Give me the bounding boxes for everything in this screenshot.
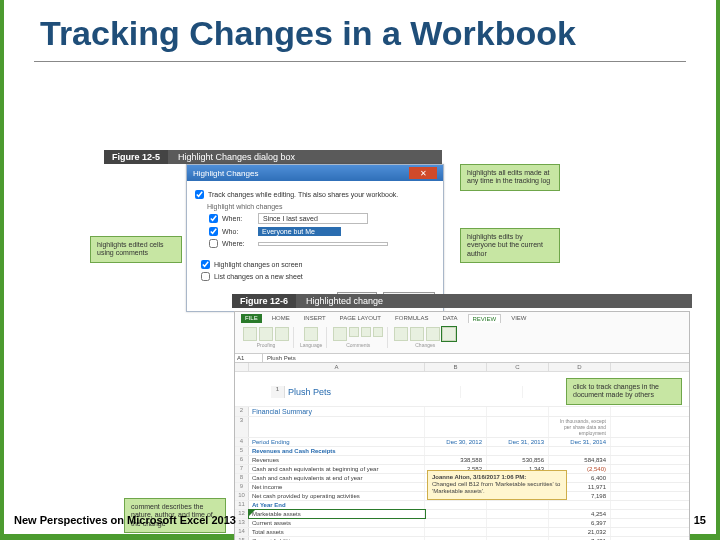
where-label: Where: bbox=[222, 240, 254, 247]
formula-bar: A1 Plush Pets bbox=[235, 354, 689, 363]
callout-fig5-left: highlights edited cells using comments bbox=[90, 236, 182, 263]
when-row: When: Since I last saved bbox=[209, 213, 435, 224]
formula-cell[interactable]: Plush Pets bbox=[263, 354, 689, 362]
tab-view[interactable]: VIEW bbox=[507, 314, 530, 323]
col-d[interactable]: D bbox=[549, 363, 611, 371]
tab-home[interactable]: HOME bbox=[268, 314, 294, 323]
where-checkbox[interactable] bbox=[209, 239, 218, 248]
divider bbox=[34, 61, 686, 62]
tab-formulas[interactable]: FORMULAS bbox=[391, 314, 432, 323]
delete-comment-icon[interactable] bbox=[349, 327, 359, 337]
comment-author: Joanne Alton, 3/16/2017 1:06 PM: bbox=[432, 474, 562, 481]
when-checkbox[interactable] bbox=[209, 214, 218, 223]
when-label: When: bbox=[222, 215, 254, 222]
hl-screen-check[interactable] bbox=[201, 260, 210, 269]
hl-screen-label: Highlight changes on screen bbox=[214, 261, 302, 268]
comment-body: Changed cell B12 from 'Marketable securi… bbox=[432, 481, 562, 495]
where-row: Where: bbox=[209, 239, 435, 248]
share-workbook-icon[interactable] bbox=[426, 327, 440, 341]
who-label: Who: bbox=[222, 228, 254, 235]
who-row: Who: Everyone but Me bbox=[209, 227, 435, 236]
highlight-changes-dialog: Highlight Changes ✕ Track changes while … bbox=[186, 164, 444, 312]
track-changes-icon[interactable] bbox=[442, 327, 456, 341]
who-checkbox[interactable] bbox=[209, 227, 218, 236]
figure-title-5: Highlight Changes dialog box bbox=[168, 150, 305, 164]
research-icon[interactable] bbox=[259, 327, 273, 341]
tab-data[interactable]: DATA bbox=[438, 314, 461, 323]
figure-bar-5: Figure 12-5 Highlight Changes dialog box bbox=[104, 150, 442, 164]
note: In thousands, except per share data and … bbox=[549, 417, 611, 437]
ribbon-groups: Proofing Language Comments bbox=[235, 325, 689, 350]
slide-title: Tracking Changes in a Workbook bbox=[4, 0, 716, 61]
track-changes-check[interactable] bbox=[195, 190, 204, 199]
ribbon-group-proofing: Proofing bbox=[239, 327, 294, 348]
tab-review[interactable]: REVIEW bbox=[468, 314, 502, 323]
footer-left: New Perspectives on Microsoft Excel 2013 bbox=[14, 514, 236, 526]
tab-pagelayout[interactable]: PAGE LAYOUT bbox=[336, 314, 385, 323]
ribbon-group-language: Language bbox=[296, 327, 327, 348]
dialog-titlebar: Highlight Changes ✕ bbox=[187, 165, 443, 181]
list-newsheet-checkbox[interactable]: List changes on a new sheet bbox=[201, 272, 435, 281]
track-changes-label: Track changes while editing. This also s… bbox=[208, 191, 398, 198]
tab-file[interactable]: FILE bbox=[241, 314, 262, 323]
callout-fig5-right-top: highlights all edits made at any time in… bbox=[460, 164, 560, 191]
ribbon-tabs: FILE HOME INSERT PAGE LAYOUT FORMULAS DA… bbox=[235, 312, 689, 325]
track-changes-checkbox[interactable]: Track changes while editing. This also s… bbox=[195, 190, 435, 199]
name-box[interactable]: A1 bbox=[235, 354, 263, 362]
thesaurus-icon[interactable] bbox=[275, 327, 289, 341]
figure-title-6: Highlighted change bbox=[296, 294, 393, 308]
column-headers: A B C D bbox=[235, 363, 689, 372]
figure-number-6: Figure 12-6 bbox=[232, 294, 296, 308]
next-comment-icon[interactable] bbox=[373, 327, 383, 337]
callout-fig5-right-bot: highlights edits by everyone but the cur… bbox=[460, 228, 560, 263]
hl-sheet-check[interactable] bbox=[201, 272, 210, 281]
when-field[interactable]: Since I last saved bbox=[258, 213, 368, 224]
spelling-icon[interactable] bbox=[243, 327, 257, 341]
ribbon-group-comments: Comments bbox=[329, 327, 388, 348]
where-field[interactable] bbox=[258, 242, 388, 246]
ribbon: FILE HOME INSERT PAGE LAYOUT FORMULAS DA… bbox=[235, 312, 689, 354]
who-field[interactable]: Everyone but Me bbox=[258, 227, 341, 236]
tracked-cell[interactable]: Marketable assets bbox=[249, 510, 425, 518]
protect-workbook-icon[interactable] bbox=[410, 327, 424, 341]
callout-fig6-right: click to track changes in the document m… bbox=[566, 378, 682, 405]
figure-number-5: Figure 12-5 bbox=[104, 150, 168, 164]
hl-sheet-label: List changes on a new sheet bbox=[214, 273, 303, 280]
col-c[interactable]: C bbox=[487, 363, 549, 371]
new-comment-icon[interactable] bbox=[333, 327, 347, 341]
ribbon-group-changes: Changes bbox=[390, 327, 460, 348]
protect-sheet-icon[interactable] bbox=[394, 327, 408, 341]
translate-icon[interactable] bbox=[304, 327, 318, 341]
col-b[interactable]: B bbox=[425, 363, 487, 371]
col-a[interactable]: A bbox=[249, 363, 425, 371]
cell-a2[interactable]: Financial Summary bbox=[249, 407, 425, 416]
close-icon[interactable]: ✕ bbox=[409, 167, 437, 179]
highlight-section-label: Highlight which changes bbox=[207, 203, 435, 210]
prev-comment-icon[interactable] bbox=[361, 327, 371, 337]
cell-a1[interactable]: Plush Pets bbox=[285, 386, 461, 398]
excel-worksheet: FILE HOME INSERT PAGE LAYOUT FORMULAS DA… bbox=[234, 311, 690, 540]
figure-bar-6: Figure 12-6 Highlighted change bbox=[232, 294, 692, 308]
change-comment-popup: Joanne Alton, 3/16/2017 1:06 PM: Changed… bbox=[427, 470, 567, 500]
dialog-title-text: Highlight Changes bbox=[193, 169, 258, 178]
highlight-onscreen-checkbox[interactable]: Highlight changes on screen bbox=[201, 260, 435, 269]
tab-insert[interactable]: INSERT bbox=[300, 314, 330, 323]
cell-a5[interactable]: Revenues and Cash Receipts bbox=[249, 447, 425, 455]
footer-page-number: 15 bbox=[694, 514, 706, 526]
cell-a4[interactable]: Period Ending bbox=[249, 438, 425, 446]
